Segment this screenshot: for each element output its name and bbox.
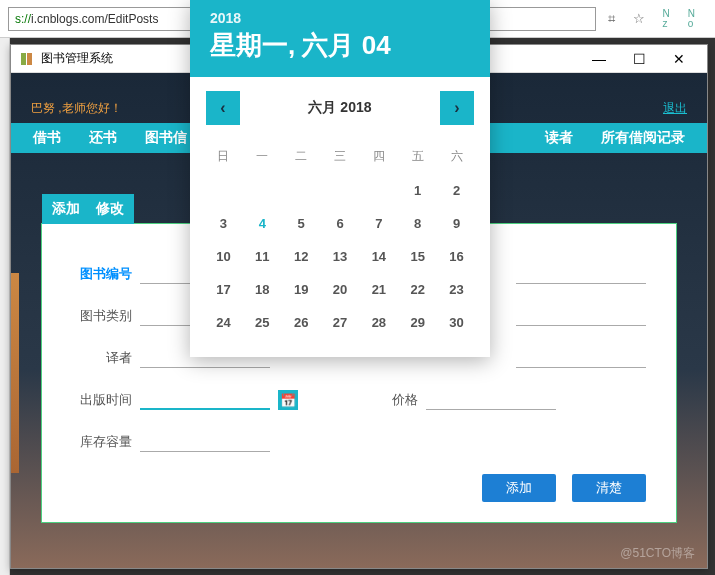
day-cell[interactable]: 27 <box>321 306 360 339</box>
input-publisher[interactable] <box>516 348 646 368</box>
day-cell[interactable]: 11 <box>243 240 282 273</box>
day-cell[interactable]: 8 <box>398 207 437 240</box>
day-cell[interactable]: 1 <box>398 174 437 207</box>
day-cell[interactable]: 21 <box>359 273 398 306</box>
datepicker-nav: ‹ 六月 2018 › <box>190 77 490 133</box>
nav-borrow[interactable]: 借书 <box>19 123 75 153</box>
dow-header: 三 <box>321 139 360 174</box>
prev-month-button[interactable]: ‹ <box>206 91 240 125</box>
datepicker-month-label[interactable]: 六月 2018 <box>308 99 371 117</box>
datepicker-selected-date: 星期一, 六月 04 <box>210 28 470 63</box>
url-prefix: s:// <box>15 12 31 26</box>
day-cell: . <box>282 174 321 207</box>
day-cell: . <box>204 174 243 207</box>
datepicker-grid: 日一二三四五六.....1234567891011121314151617181… <box>190 133 490 357</box>
day-cell[interactable]: 4 <box>243 207 282 240</box>
datepicker-popup: 2018 星期一, 六月 04 ‹ 六月 2018 › 日一二三四五六.....… <box>190 0 490 357</box>
close-button[interactable]: ✕ <box>659 46 699 72</box>
day-cell[interactable]: 9 <box>437 207 476 240</box>
dow-header: 六 <box>437 139 476 174</box>
day-cell: . <box>321 174 360 207</box>
day-cell[interactable]: 2 <box>437 174 476 207</box>
maximize-button[interactable]: ☐ <box>619 46 659 72</box>
label-pubdate: 出版时间 <box>72 391 132 409</box>
nav-return[interactable]: 还书 <box>75 123 131 153</box>
input-price[interactable] <box>426 390 556 410</box>
tab-edit[interactable]: 修改 <box>96 200 124 218</box>
day-cell[interactable]: 29 <box>398 306 437 339</box>
datepicker-header: 2018 星期一, 六月 04 <box>190 0 490 77</box>
input-pubdate[interactable] <box>140 390 270 410</box>
browser-icons: ⌗ ☆ Nz No <box>596 9 707 29</box>
label-book-id: 图书编号 <box>72 265 132 283</box>
next-month-button[interactable]: › <box>440 91 474 125</box>
input-author[interactable] <box>516 306 646 326</box>
add-button[interactable]: 添加 <box>482 474 556 502</box>
dow-header: 一 <box>243 139 282 174</box>
minimize-button[interactable]: — <box>579 46 619 72</box>
background-window-sliver <box>0 38 10 575</box>
dow-header: 日 <box>204 139 243 174</box>
day-cell[interactable]: 6 <box>321 207 360 240</box>
day-cell[interactable]: 14 <box>359 240 398 273</box>
label-category: 图书类别 <box>72 307 132 325</box>
day-cell[interactable]: 3 <box>204 207 243 240</box>
day-cell[interactable]: 5 <box>282 207 321 240</box>
star-icon[interactable]: ☆ <box>633 11 645 26</box>
day-cell[interactable]: 26 <box>282 306 321 339</box>
clear-button[interactable]: 清楚 <box>572 474 646 502</box>
day-cell[interactable]: 15 <box>398 240 437 273</box>
day-cell: . <box>359 174 398 207</box>
tab-add[interactable]: 添加 <box>52 200 80 218</box>
label-stock: 库存容量 <box>72 433 132 451</box>
day-cell[interactable]: 7 <box>359 207 398 240</box>
day-cell[interactable]: 17 <box>204 273 243 306</box>
ext-badge: Nz <box>663 9 670 29</box>
day-cell[interactable]: 16 <box>437 240 476 273</box>
svg-rect-0 <box>21 53 26 65</box>
day-cell[interactable]: 24 <box>204 306 243 339</box>
url-host: i.cnblogs.com <box>31 12 104 26</box>
datepicker-year[interactable]: 2018 <box>210 10 470 26</box>
input-stock[interactable] <box>140 432 270 452</box>
nav-records[interactable]: 所有借阅记录 <box>587 123 699 153</box>
calendar-icon[interactable]: 📅 <box>278 390 298 410</box>
day-cell[interactable]: 18 <box>243 273 282 306</box>
logout-link[interactable]: 退出 <box>663 100 687 117</box>
panel-tabs: 添加 修改 <box>42 194 134 224</box>
url-path: /EditPosts <box>104 12 158 26</box>
day-cell[interactable]: 10 <box>204 240 243 273</box>
day-cell[interactable]: 28 <box>359 306 398 339</box>
nav-readers[interactable]: 读者 <box>531 123 587 153</box>
day-cell[interactable]: 12 <box>282 240 321 273</box>
ext-badge-2: No <box>688 9 695 29</box>
dow-header: 二 <box>282 139 321 174</box>
day-cell[interactable]: 22 <box>398 273 437 306</box>
day-cell: . <box>243 174 282 207</box>
qr-icon[interactable]: ⌗ <box>608 11 615 27</box>
day-cell[interactable]: 20 <box>321 273 360 306</box>
day-cell[interactable]: 19 <box>282 273 321 306</box>
dow-header: 五 <box>398 139 437 174</box>
input-book-name[interactable] <box>516 264 646 284</box>
day-cell[interactable]: 23 <box>437 273 476 306</box>
watermark: @51CTO博客 <box>620 545 695 562</box>
day-cell[interactable]: 30 <box>437 306 476 339</box>
day-cell[interactable]: 13 <box>321 240 360 273</box>
label-translator: 译者 <box>72 349 132 367</box>
svg-rect-1 <box>27 53 32 65</box>
app-icon <box>19 51 35 67</box>
dow-header: 四 <box>359 139 398 174</box>
day-cell[interactable]: 25 <box>243 306 282 339</box>
label-price: 价格 <box>388 391 418 409</box>
